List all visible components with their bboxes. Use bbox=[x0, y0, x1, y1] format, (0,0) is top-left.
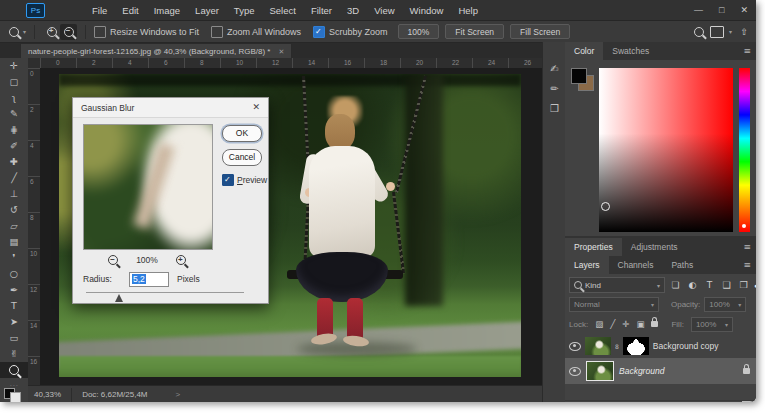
maximize-icon[interactable]: □ bbox=[719, 5, 724, 15]
dock-clone-source-icon[interactable]: ❐ bbox=[543, 98, 566, 118]
tool-crop[interactable]: ⋕ bbox=[0, 122, 28, 138]
tool-quick-selection[interactable]: ✎ bbox=[0, 106, 28, 122]
zoom-in-button[interactable] bbox=[43, 24, 60, 40]
preview-checkbox[interactable] bbox=[222, 174, 234, 186]
layer-mask-thumbnail[interactable] bbox=[623, 337, 649, 355]
tab-paths[interactable]: Paths bbox=[662, 256, 702, 274]
menu-item-filter[interactable]: Filter bbox=[311, 5, 332, 16]
menu-item-file[interactable]: File bbox=[92, 5, 107, 16]
hue-marker[interactable] bbox=[742, 224, 746, 228]
cancel-button[interactable]: Cancel bbox=[222, 149, 262, 166]
layer-name[interactable]: Background copy bbox=[653, 341, 719, 351]
layer-filter-kind-dropdown[interactable]: Kind ▾ bbox=[569, 277, 665, 293]
tab-properties[interactable]: Properties bbox=[565, 238, 622, 256]
tool-preset-caret-icon[interactable]: ▾ bbox=[23, 28, 26, 35]
tool-blur[interactable]: ❜ bbox=[0, 250, 28, 266]
fill-value[interactable]: 100% ▾ bbox=[691, 317, 733, 332]
opacity-value[interactable]: 100% ▾ bbox=[704, 297, 746, 312]
tool-gradient[interactable]: ▤ bbox=[0, 234, 28, 250]
tool-path-selection[interactable]: ➤ bbox=[0, 314, 28, 330]
layers-panel-menu-icon[interactable]: ≡ bbox=[743, 260, 751, 270]
tool-move[interactable]: ✛ bbox=[0, 58, 28, 74]
radius-slider[interactable] bbox=[73, 292, 268, 302]
dock-brush-settings-icon[interactable]: ✏ bbox=[543, 78, 566, 98]
zoom-tool-icon[interactable] bbox=[9, 27, 19, 37]
tool-brush[interactable]: ╱ bbox=[0, 170, 28, 186]
filter-smart-objects-icon[interactable]: ❒ bbox=[737, 280, 750, 290]
dialog-close-icon[interactable]: ✕ bbox=[252, 102, 260, 112]
workspace-icon[interactable] bbox=[710, 26, 724, 38]
menu-item-type[interactable]: Type bbox=[234, 5, 255, 16]
tool-dodge[interactable]: ○ bbox=[0, 266, 28, 282]
tab-layers[interactable]: Layers bbox=[565, 256, 609, 274]
mask-link-icon[interactable]: 8 bbox=[615, 343, 619, 350]
filter-type-layers-icon[interactable]: T bbox=[703, 280, 716, 290]
foreground-color-chip[interactable] bbox=[571, 68, 587, 84]
tool-zoom[interactable] bbox=[0, 362, 28, 378]
zoom-out-button[interactable] bbox=[60, 24, 77, 40]
menu-item-help[interactable]: Help bbox=[458, 5, 478, 16]
tool-hand[interactable]: ✌ bbox=[0, 346, 28, 362]
filter-adjustment-layers-icon[interactable]: ◐ bbox=[686, 280, 699, 290]
tool-lasso[interactable]: ʅ bbox=[0, 90, 28, 106]
background-color-swatch[interactable] bbox=[10, 392, 21, 402]
zoom-all-windows-checkbox[interactable] bbox=[211, 26, 223, 38]
resize-windows-checkbox[interactable] bbox=[94, 26, 106, 38]
lock-artboard-icon[interactable]: ▣ bbox=[636, 319, 644, 329]
zoom-100-button[interactable]: 100% bbox=[398, 24, 440, 39]
tool-eyedropper[interactable]: ✐ bbox=[0, 138, 28, 154]
preview-zoom-in-icon[interactable] bbox=[176, 255, 186, 265]
fit-screen-button[interactable]: Fit Screen bbox=[445, 24, 504, 39]
status-expand-icon[interactable]: > bbox=[176, 390, 181, 399]
saturation-square[interactable] bbox=[599, 68, 733, 232]
properties-panel-menu-icon[interactable]: ≡ bbox=[743, 242, 751, 252]
status-zoom-level[interactable]: 40,33% bbox=[34, 390, 61, 399]
menu-item-window[interactable]: Window bbox=[410, 5, 444, 16]
dialog-title-bar[interactable]: Gaussian Blur ✕ bbox=[73, 98, 268, 118]
tool-history-brush[interactable]: ↺ bbox=[0, 202, 28, 218]
menu-item-view[interactable]: View bbox=[374, 5, 394, 16]
lock-position-icon[interactable]: ✛ bbox=[622, 319, 629, 329]
filter-toggle-icon[interactable]: ● bbox=[754, 282, 756, 289]
blur-preview[interactable] bbox=[83, 124, 213, 250]
layer-thumbnail[interactable] bbox=[587, 362, 613, 380]
fill-screen-button[interactable]: Fill Screen bbox=[510, 24, 570, 39]
search-icon[interactable] bbox=[694, 27, 704, 37]
hue-strip[interactable] bbox=[739, 68, 750, 232]
tool-clone-stamp[interactable]: ⊥ bbox=[0, 186, 28, 202]
filter-pixel-layers-icon[interactable]: ❏ bbox=[669, 280, 682, 290]
lock-pixels-icon[interactable]: ╱ bbox=[610, 319, 615, 329]
visibility-eye-icon[interactable] bbox=[569, 342, 581, 351]
tab-channels[interactable]: Channels bbox=[609, 256, 663, 274]
preview-zoom-out-icon[interactable] bbox=[108, 255, 118, 265]
close-icon[interactable]: ✕ bbox=[740, 5, 748, 15]
filter-shape-layers-icon[interactable]: ❑ bbox=[720, 280, 733, 290]
menu-item-select[interactable]: Select bbox=[269, 5, 295, 16]
color-panel-menu-icon[interactable]: ≡ bbox=[743, 46, 751, 56]
visibility-eye-icon[interactable] bbox=[569, 367, 581, 376]
tool-rectangular-marquee[interactable]: ▢ bbox=[0, 74, 28, 90]
document-tab[interactable]: nature-people-girl-forest-12165.jpg @ 40… bbox=[20, 43, 292, 59]
layer-thumbnail[interactable] bbox=[585, 337, 611, 355]
dock-history-icon[interactable]: ✍ bbox=[543, 58, 566, 78]
blend-mode-dropdown[interactable]: Normal ▾ bbox=[569, 297, 659, 312]
document-close-icon[interactable]: ✕ bbox=[278, 48, 284, 56]
tab-color[interactable]: Color bbox=[565, 42, 603, 60]
slider-thumb[interactable] bbox=[115, 294, 123, 302]
lock-all-icon[interactable] bbox=[651, 321, 658, 327]
lock-transparency-icon[interactable]: ▨ bbox=[595, 319, 603, 329]
tool-type[interactable]: T bbox=[0, 298, 28, 314]
menu-item-image[interactable]: Image bbox=[154, 5, 180, 16]
minimize-icon[interactable]: — bbox=[694, 5, 703, 15]
tab-swatches[interactable]: Swatches bbox=[603, 42, 658, 60]
slider-track[interactable] bbox=[86, 292, 244, 293]
radius-input[interactable]: 5,2 bbox=[129, 272, 169, 287]
workspace-caret-icon[interactable]: ▾ bbox=[729, 28, 732, 35]
tool-pen[interactable]: ✒ bbox=[0, 282, 28, 298]
tool-eraser[interactable]: ▱ bbox=[0, 218, 28, 234]
tab-adjustments[interactable]: Adjustments bbox=[622, 238, 687, 256]
menu-item-edit[interactable]: Edit bbox=[122, 5, 138, 16]
layer-row-background-copy[interactable]: 8 Background copy bbox=[565, 334, 756, 358]
ok-button[interactable]: OK bbox=[222, 125, 262, 142]
tool-rectangle-shape[interactable]: ▭ bbox=[0, 330, 28, 346]
